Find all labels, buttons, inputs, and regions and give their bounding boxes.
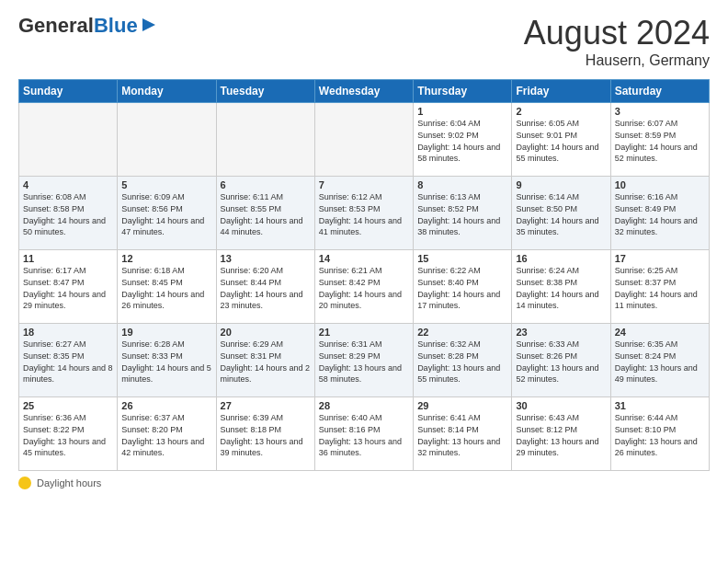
day-info: Sunrise: 6:05 AMSunset: 9:01 PMDaylight:… xyxy=(516,118,606,164)
day-number: 2 xyxy=(516,106,606,117)
day-info: Sunrise: 6:13 AMSunset: 8:52 PMDaylight:… xyxy=(417,191,507,237)
svg-marker-0 xyxy=(142,18,155,31)
calendar-cell: 18Sunrise: 6:27 AMSunset: 8:35 PMDayligh… xyxy=(19,324,118,397)
day-info: Sunrise: 6:25 AMSunset: 8:37 PMDaylight:… xyxy=(615,265,705,311)
day-number: 19 xyxy=(121,327,211,338)
week-row-3: 11Sunrise: 6:17 AMSunset: 8:47 PMDayligh… xyxy=(19,250,710,324)
day-info: Sunrise: 6:08 AMSunset: 8:58 PMDaylight:… xyxy=(23,191,113,237)
daylight-label: Daylight hours xyxy=(37,477,101,488)
calendar-cell: 2Sunrise: 6:05 AMSunset: 9:01 PMDaylight… xyxy=(512,103,610,177)
calendar-cell: 21Sunrise: 6:31 AMSunset: 8:29 PMDayligh… xyxy=(314,324,413,397)
calendar-cell: 13Sunrise: 6:20 AMSunset: 8:44 PMDayligh… xyxy=(216,250,314,324)
day-info: Sunrise: 6:14 AMSunset: 8:50 PMDaylight:… xyxy=(516,191,606,237)
calendar-cell: 30Sunrise: 6:43 AMSunset: 8:12 PMDayligh… xyxy=(512,397,610,471)
day-info: Sunrise: 6:44 AMSunset: 8:10 PMDaylight:… xyxy=(615,412,705,458)
logo-general: General xyxy=(18,16,94,36)
footer: Daylight hours xyxy=(18,477,710,489)
calendar-cell: 9Sunrise: 6:14 AMSunset: 8:50 PMDaylight… xyxy=(512,177,610,250)
day-info: Sunrise: 6:29 AMSunset: 8:31 PMDaylight:… xyxy=(221,339,311,385)
calendar-cell: 5Sunrise: 6:09 AMSunset: 8:56 PMDaylight… xyxy=(118,177,216,250)
day-number: 21 xyxy=(319,327,409,338)
calendar-cell: 19Sunrise: 6:28 AMSunset: 8:33 PMDayligh… xyxy=(118,324,216,397)
calendar-cell xyxy=(314,103,413,177)
day-number: 7 xyxy=(319,179,409,190)
calendar-cell xyxy=(118,103,216,177)
calendar-cell: 22Sunrise: 6:32 AMSunset: 8:28 PMDayligh… xyxy=(414,324,512,397)
day-number: 29 xyxy=(417,400,507,411)
day-info: Sunrise: 6:37 AMSunset: 8:20 PMDaylight:… xyxy=(121,412,211,458)
calendar-cell: 24Sunrise: 6:35 AMSunset: 8:24 PMDayligh… xyxy=(610,324,709,397)
calendar-cell: 26Sunrise: 6:37 AMSunset: 8:20 PMDayligh… xyxy=(118,397,216,471)
day-info: Sunrise: 6:12 AMSunset: 8:53 PMDaylight:… xyxy=(319,191,409,237)
calendar-cell xyxy=(216,103,314,177)
day-number: 14 xyxy=(319,253,409,264)
header-day-thursday: Thursday xyxy=(414,80,512,103)
location: Hausern, Germany xyxy=(524,52,710,71)
week-row-2: 4Sunrise: 6:08 AMSunset: 8:58 PMDaylight… xyxy=(19,177,710,250)
calendar-cell: 15Sunrise: 6:22 AMSunset: 8:40 PMDayligh… xyxy=(414,250,512,324)
day-number: 15 xyxy=(417,253,507,264)
day-number: 12 xyxy=(121,253,211,264)
day-info: Sunrise: 6:27 AMSunset: 8:35 PMDaylight:… xyxy=(23,339,113,385)
calendar-cell: 25Sunrise: 6:36 AMSunset: 8:22 PMDayligh… xyxy=(19,397,118,471)
week-row-4: 18Sunrise: 6:27 AMSunset: 8:35 PMDayligh… xyxy=(19,324,710,397)
day-info: Sunrise: 6:11 AMSunset: 8:55 PMDaylight:… xyxy=(221,191,311,237)
header-day-wednesday: Wednesday xyxy=(314,80,413,103)
day-info: Sunrise: 6:20 AMSunset: 8:44 PMDaylight:… xyxy=(221,265,311,311)
day-number: 18 xyxy=(23,327,113,338)
calendar-cell: 14Sunrise: 6:21 AMSunset: 8:42 PMDayligh… xyxy=(314,250,413,324)
day-info: Sunrise: 6:35 AMSunset: 8:24 PMDaylight:… xyxy=(615,339,705,385)
calendar-cell: 12Sunrise: 6:18 AMSunset: 8:45 PMDayligh… xyxy=(118,250,216,324)
day-number: 16 xyxy=(516,253,606,264)
day-info: Sunrise: 6:39 AMSunset: 8:18 PMDaylight:… xyxy=(221,412,311,458)
calendar-cell: 29Sunrise: 6:41 AMSunset: 8:14 PMDayligh… xyxy=(414,397,512,471)
header-day-saturday: Saturday xyxy=(610,80,709,103)
calendar-table: SundayMondayTuesdayWednesdayThursdayFrid… xyxy=(18,79,710,471)
day-number: 20 xyxy=(221,327,311,338)
day-info: Sunrise: 6:04 AMSunset: 9:02 PMDaylight:… xyxy=(417,118,507,164)
main-container: General Blue August 2024 Hausern, German… xyxy=(0,0,728,499)
day-info: Sunrise: 6:09 AMSunset: 8:56 PMDaylight:… xyxy=(121,191,211,237)
calendar-cell: 17Sunrise: 6:25 AMSunset: 8:37 PMDayligh… xyxy=(610,250,709,324)
day-info: Sunrise: 6:32 AMSunset: 8:28 PMDaylight:… xyxy=(417,339,507,385)
logo-text: General Blue xyxy=(18,15,157,37)
day-number: 4 xyxy=(23,179,113,190)
calendar-cell: 1Sunrise: 6:04 AMSunset: 9:02 PMDaylight… xyxy=(414,103,512,177)
day-info: Sunrise: 6:18 AMSunset: 8:45 PMDaylight:… xyxy=(121,265,211,311)
day-info: Sunrise: 6:16 AMSunset: 8:49 PMDaylight:… xyxy=(615,191,705,237)
calendar-cell: 16Sunrise: 6:24 AMSunset: 8:38 PMDayligh… xyxy=(512,250,610,324)
calendar-cell: 6Sunrise: 6:11 AMSunset: 8:55 PMDaylight… xyxy=(216,177,314,250)
month-title: August 2024 xyxy=(524,15,710,52)
calendar-cell xyxy=(19,103,118,177)
day-number: 13 xyxy=(221,253,311,264)
calendar-cell: 20Sunrise: 6:29 AMSunset: 8:31 PMDayligh… xyxy=(216,324,314,397)
day-info: Sunrise: 6:21 AMSunset: 8:42 PMDaylight:… xyxy=(319,265,409,311)
day-number: 25 xyxy=(23,400,113,411)
calendar-cell: 7Sunrise: 6:12 AMSunset: 8:53 PMDaylight… xyxy=(314,177,413,250)
day-number: 27 xyxy=(221,400,311,411)
day-info: Sunrise: 6:40 AMSunset: 8:16 PMDaylight:… xyxy=(319,412,409,458)
day-number: 5 xyxy=(121,179,211,190)
day-number: 9 xyxy=(516,179,606,190)
day-info: Sunrise: 6:24 AMSunset: 8:38 PMDaylight:… xyxy=(516,265,606,311)
calendar-cell: 10Sunrise: 6:16 AMSunset: 8:49 PMDayligh… xyxy=(610,177,709,250)
header-day-sunday: Sunday xyxy=(19,80,118,103)
week-row-5: 25Sunrise: 6:36 AMSunset: 8:22 PMDayligh… xyxy=(19,397,710,471)
day-info: Sunrise: 6:41 AMSunset: 8:14 PMDaylight:… xyxy=(417,412,507,458)
calendar-header-row: SundayMondayTuesdayWednesdayThursdayFrid… xyxy=(19,80,710,103)
calendar-cell: 11Sunrise: 6:17 AMSunset: 8:47 PMDayligh… xyxy=(19,250,118,324)
calendar-cell: 23Sunrise: 6:33 AMSunset: 8:26 PMDayligh… xyxy=(512,324,610,397)
day-info: Sunrise: 6:33 AMSunset: 8:26 PMDaylight:… xyxy=(516,339,606,385)
header-day-tuesday: Tuesday xyxy=(216,80,314,103)
day-info: Sunrise: 6:17 AMSunset: 8:47 PMDaylight:… xyxy=(23,265,113,311)
day-number: 10 xyxy=(615,179,705,190)
day-number: 17 xyxy=(615,253,705,264)
logo-blue: Blue xyxy=(94,16,138,36)
day-info: Sunrise: 6:07 AMSunset: 8:59 PMDaylight:… xyxy=(615,118,705,164)
header-day-friday: Friday xyxy=(512,80,610,103)
day-number: 31 xyxy=(615,400,705,411)
day-number: 11 xyxy=(23,253,113,264)
week-row-1: 1Sunrise: 6:04 AMSunset: 9:02 PMDaylight… xyxy=(19,103,710,177)
day-info: Sunrise: 6:22 AMSunset: 8:40 PMDaylight:… xyxy=(417,265,507,311)
day-number: 3 xyxy=(615,106,705,117)
